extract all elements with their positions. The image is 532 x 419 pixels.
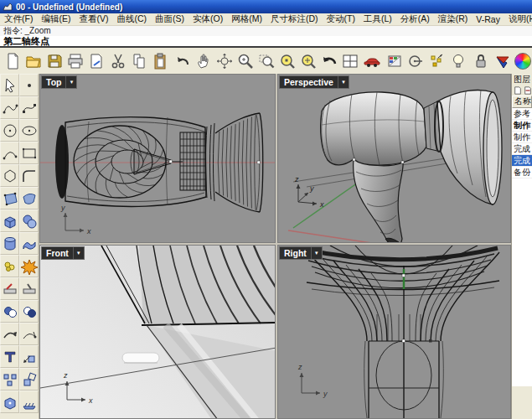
lights-button[interactable]: [448, 49, 468, 73]
viewport-dropdown-icon[interactable]: [65, 76, 76, 88]
menu-dimension[interactable]: 尺寸标注(D): [266, 13, 323, 25]
menu-curve[interactable]: 曲线(C): [112, 13, 151, 25]
viewport-title-front[interactable]: Front: [42, 247, 73, 259]
explode-button[interactable]: [19, 255, 39, 277]
menu-help[interactable]: 说明(H): [504, 13, 532, 25]
viewport-dropdown-icon[interactable]: [311, 247, 322, 259]
select-pointer-button[interactable]: [0, 74, 19, 96]
menu-solid[interactable]: 实体(O): [189, 13, 227, 25]
solid-edit-button[interactable]: [0, 391, 19, 413]
open-file-button[interactable]: [23, 49, 44, 73]
delete-layer-icon[interactable]: [524, 86, 532, 95]
osnap-button[interactable]: [405, 49, 426, 73]
menu-mesh[interactable]: 网格(M): [227, 13, 266, 25]
fillet-curve-button[interactable]: [19, 164, 39, 187]
render-button[interactable]: [362, 49, 382, 73]
color-wheel-button[interactable]: [514, 49, 532, 73]
arc-button[interactable]: [0, 142, 19, 164]
copy-button[interactable]: [129, 49, 149, 73]
pan-button[interactable]: [194, 49, 214, 73]
zoom-extents-button[interactable]: [298, 49, 318, 73]
new-layer-icon[interactable]: [514, 86, 522, 95]
undo-button[interactable]: [173, 49, 193, 73]
boolean-difference-icon: [21, 303, 38, 320]
polygon-button[interactable]: [0, 164, 19, 187]
vray-button[interactable]: [493, 49, 513, 73]
menu-tools[interactable]: 工具(L): [359, 13, 396, 25]
ellipse-button[interactable]: [19, 119, 39, 142]
layer-row[interactable]: 制作: [512, 132, 532, 143]
move-button[interactable]: [19, 345, 39, 368]
save-button[interactable]: [44, 49, 65, 73]
cylinder-button[interactable]: [0, 232, 19, 255]
zoom-selected-button[interactable]: [277, 49, 297, 73]
menu-edit[interactable]: 编辑(E): [37, 13, 75, 25]
menu-vray[interactable]: V-Ray: [472, 14, 504, 24]
text-object-button[interactable]: [0, 345, 19, 368]
render-preview-button[interactable]: [385, 49, 405, 73]
circle-button[interactable]: [0, 119, 19, 142]
print-button[interactable]: [65, 49, 85, 73]
object-snap-button[interactable]: [426, 49, 447, 73]
layer-row[interactable]: 制作: [512, 120, 532, 132]
menu-view[interactable]: 查看(V): [75, 13, 112, 25]
rotate-object-button[interactable]: [19, 368, 39, 391]
viewport-front[interactable]: z x Front: [39, 245, 276, 419]
cut-button[interactable]: [108, 49, 128, 73]
zoom-window-button[interactable]: [256, 49, 276, 73]
boolean-union-button[interactable]: [0, 300, 19, 323]
menu-file[interactable]: 文件(F): [0, 13, 37, 25]
interpolate-curve-button[interactable]: [0, 96, 19, 119]
chamfer-edge-icon: [21, 281, 38, 297]
viewport-title-right[interactable]: Right: [280, 247, 311, 259]
viewport-title-top[interactable]: Top: [42, 76, 65, 88]
paste-button[interactable]: [150, 49, 170, 73]
viewport-dropdown-icon[interactable]: [338, 76, 349, 88]
menu-transform[interactable]: 变动(T): [323, 13, 359, 25]
menu-analyze[interactable]: 分析(A): [396, 13, 434, 25]
menu-surface[interactable]: 曲面(S): [151, 13, 189, 25]
layer-row[interactable]: 完成: [512, 155, 532, 167]
viewport-title-perspective[interactable]: Perspective: [280, 76, 338, 88]
viewport-label-top[interactable]: Top: [41, 75, 77, 89]
join-button[interactable]: [0, 255, 19, 277]
viewport-dropdown-icon[interactable]: [73, 247, 84, 259]
surface-patch-button[interactable]: [19, 187, 39, 210]
viewport-label-front[interactable]: Front: [41, 246, 85, 260]
lock-button[interactable]: [471, 49, 491, 73]
box-button[interactable]: [0, 210, 19, 232]
rectangle-button[interactable]: [19, 142, 39, 164]
restore-view-button[interactable]: [319, 49, 339, 73]
fillet-edge-button[interactable]: [0, 277, 19, 300]
viewport-layout-button[interactable]: [340, 49, 360, 73]
viewport-top[interactable]: y x Top: [39, 74, 276, 243]
surface-3pt-button[interactable]: [0, 187, 19, 210]
rotate-icon: [21, 371, 38, 388]
command-history-line[interactable]: 指令: _Zoom: [0, 26, 532, 36]
sphere-button[interactable]: [19, 210, 39, 232]
layers-name-column-header[interactable]: 名称: [512, 96, 532, 108]
new-file-button[interactable]: [3, 49, 23, 73]
layer-row[interactable]: 参考: [512, 108, 532, 120]
chamfer-edge-button[interactable]: [19, 277, 39, 300]
single-point-button[interactable]: [19, 74, 39, 96]
control-point-curve-button[interactable]: [19, 96, 39, 119]
boolean-difference-button[interactable]: [19, 300, 39, 323]
layer-row[interactable]: 备份: [512, 167, 532, 178]
adjust-blend-button[interactable]: [19, 323, 39, 345]
curved-surface-button[interactable]: [19, 232, 39, 255]
viewport-label-perspective[interactable]: Perspective: [279, 75, 349, 89]
blend-curve-button[interactable]: [0, 323, 19, 345]
menu-render[interactable]: 渲染(R): [434, 13, 473, 25]
block-layout-button[interactable]: [0, 368, 19, 391]
zoom-dynamic-button[interactable]: [235, 49, 256, 73]
layer-row[interactable]: 完成: [512, 143, 532, 155]
array-button[interactable]: [19, 391, 39, 413]
export-button[interactable]: [86, 49, 106, 73]
command-prompt-line[interactable]: 第二轴终点: [0, 36, 532, 48]
viewport-perspective[interactable]: z x y Perspective: [277, 74, 511, 243]
rotate-view-button[interactable]: [214, 49, 235, 73]
print-icon: [66, 52, 85, 70]
viewport-label-right[interactable]: Right: [279, 246, 323, 260]
viewport-right[interactable]: z y Right: [277, 245, 511, 419]
